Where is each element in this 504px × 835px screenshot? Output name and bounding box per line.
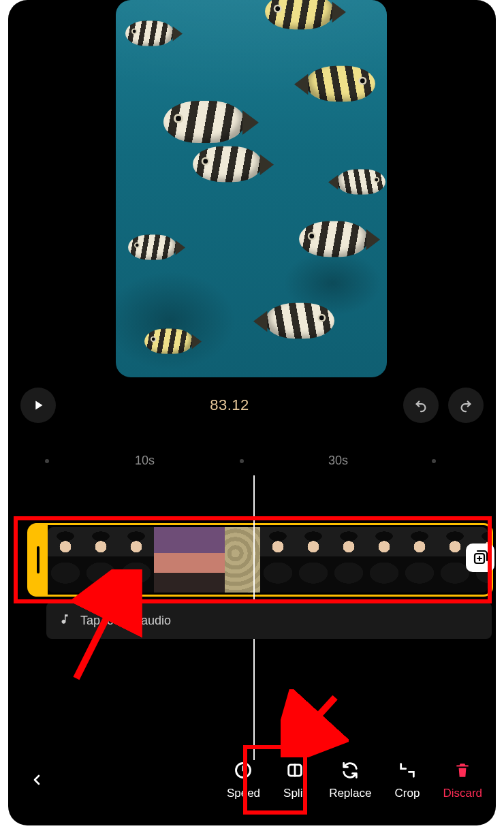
clip-thumbnails[interactable] (48, 527, 488, 593)
replace-icon (339, 759, 361, 781)
clip-thumb (225, 527, 260, 593)
video-preview[interactable] (116, 0, 387, 377)
add-clip-button[interactable] (466, 543, 494, 572)
svg-line-5 (293, 697, 335, 744)
clip-thumb (154, 527, 189, 593)
tool-label: Crop (395, 787, 420, 800)
ruler-tick (240, 459, 244, 463)
tool-label: Replace (329, 787, 371, 800)
ruler-tick (45, 459, 49, 463)
redo-button[interactable] (448, 388, 484, 423)
split-icon (284, 759, 306, 781)
tool-discard[interactable]: Discard (443, 759, 482, 800)
ruler-label: 10s (135, 454, 155, 468)
timecode: 83.12 (210, 396, 249, 414)
clip-thumb (48, 527, 83, 593)
bottom-toolbar: Speed Split Replace (8, 742, 496, 817)
clip-thumb (402, 527, 437, 593)
add-audio-label: Tap to add audio (80, 614, 171, 628)
ruler-tick (432, 459, 436, 463)
clip-thumb (331, 527, 366, 593)
trash-icon (452, 759, 473, 781)
clip-thumb (189, 527, 225, 593)
crop-icon (396, 759, 418, 781)
clip-thumb (119, 527, 154, 593)
timeline-ruler[interactable]: 10s 30s (8, 450, 496, 473)
tool-label: Split (283, 787, 306, 800)
clip-thumb (366, 527, 402, 593)
play-button[interactable] (20, 388, 56, 423)
clip-thumb (83, 527, 119, 593)
add-audio-row[interactable]: Tap to add audio (46, 602, 492, 639)
back-button[interactable] (22, 765, 52, 795)
undo-button[interactable] (403, 388, 439, 423)
clip-trim-handle-left[interactable] (29, 523, 48, 597)
tool-crop[interactable]: Crop (395, 759, 420, 800)
editor-screen: 83.12 10s 30s (8, 0, 496, 825)
ruler-label: 30s (328, 454, 348, 468)
tool-speed[interactable]: Speed (227, 759, 260, 800)
music-icon (59, 613, 71, 629)
tool-label: Speed (227, 787, 260, 800)
tool-label: Discard (443, 787, 482, 800)
clip-thumb (296, 527, 331, 593)
speed-icon (232, 759, 254, 781)
clip-strip[interactable] (22, 524, 492, 595)
tool-replace[interactable]: Replace (329, 759, 371, 800)
clip-thumb (260, 527, 296, 593)
tool-split[interactable]: Split (283, 759, 306, 800)
